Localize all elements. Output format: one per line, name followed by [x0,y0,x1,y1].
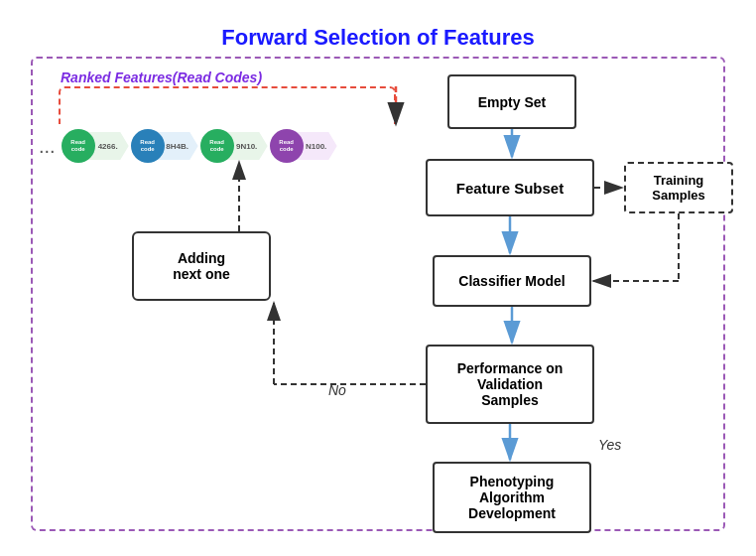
features-row: ... Read code 4266. Read code 8H4B. Re [39,129,337,163]
feature-chip-3: Read code 9N10. [200,129,268,163]
ranked-label: Ranked Features(Read Codes) [61,70,262,85]
adding-next-box: Adding next one [132,231,271,301]
training-samples-box: Training Samples [624,162,733,213]
feature-chip-4: Read code N100. [270,129,337,163]
performance-box: Performance on Validation Samples [426,345,594,424]
chip-circle-4: Read code [270,129,304,163]
feature-chip-2: Read code 8H4B. [131,129,198,163]
chip-circle-3: Read code [200,129,234,163]
phenotyping-box: Phenotyping Algorithm Development [433,462,591,533]
dots-label: ... [39,135,56,158]
classifier-model-box: Classifier Model [433,255,591,307]
red-loop-arrow [59,86,396,124]
chip-circle-1: Read code [62,129,95,163]
diagram-title: Forward Selection of Features [21,15,735,51]
feature-chip-1: Read code 4266. [62,129,129,163]
feature-subset-box: Feature Subset [426,159,594,216]
no-label: No [328,382,346,398]
yes-label: Yes [598,437,621,453]
chip-circle-2: Read code [131,129,165,163]
empty-set-box: Empty Set [447,74,576,129]
